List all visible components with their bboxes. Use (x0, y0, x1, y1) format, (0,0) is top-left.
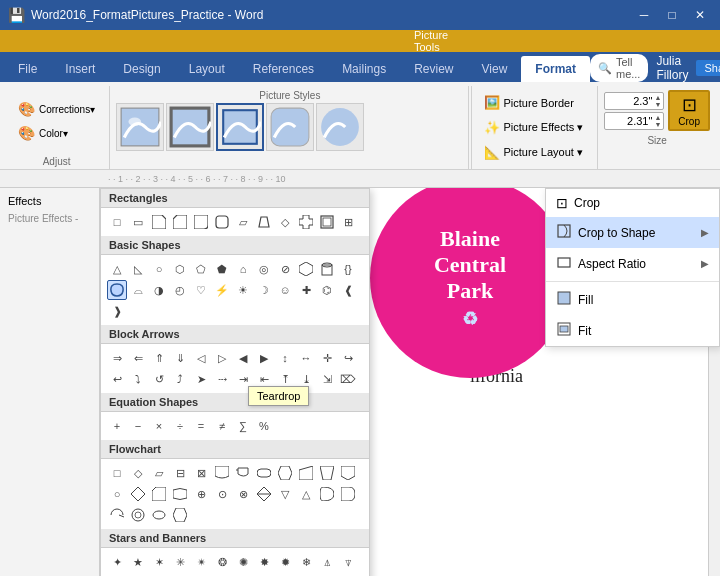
star-16[interactable]: ✸ (254, 552, 274, 572)
shape-trapezoid[interactable] (254, 212, 274, 232)
crop-menu-crop[interactable]: ⊡ Crop (546, 189, 719, 217)
shape-oval[interactable]: ○ (149, 259, 169, 279)
arrow-left-right[interactable]: ↔ (296, 348, 316, 368)
shape-rectangle[interactable]: □ (107, 212, 127, 232)
banner-down[interactable]: ⍒ (338, 552, 358, 572)
tab-layout[interactable]: Layout (175, 56, 239, 82)
shape-round-snip-rect[interactable] (191, 212, 211, 232)
flow-manual-op[interactable] (317, 463, 337, 483)
flow-summing[interactable]: ⊕ (191, 484, 211, 504)
shape-bracket-pair[interactable]: ⌬ (317, 280, 337, 300)
eq-summation[interactable]: ∑ (233, 416, 253, 436)
shape-heart[interactable]: ♡ (191, 280, 211, 300)
shape-rounded-rect[interactable]: ▭ (128, 212, 148, 232)
arrow-callout-down[interactable]: ⤓ (296, 369, 316, 389)
tab-insert[interactable]: Insert (51, 56, 109, 82)
arrow-right3[interactable]: ▶ (254, 348, 274, 368)
flow-display[interactable] (170, 505, 190, 525)
eq-percent[interactable]: % (254, 416, 274, 436)
arrow-quad[interactable]: ⇲ (317, 369, 337, 389)
width-input[interactable]: 2.31" ▲ ▼ (604, 112, 664, 130)
arrow-left[interactable]: ⇐ (128, 348, 148, 368)
star-5[interactable]: ★ (128, 552, 148, 572)
shape-teardrop[interactable] (107, 280, 127, 300)
shape-cross[interactable]: ✚ (296, 280, 316, 300)
arrow-bent-right[interactable]: ↪ (338, 348, 358, 368)
corrections-button[interactable]: 🎨 Corrections▾ (12, 98, 101, 120)
flow-delay[interactable] (338, 484, 358, 504)
eq-plus[interactable]: + (107, 416, 127, 436)
shape-diamond[interactable]: ◇ (275, 212, 295, 232)
flow-manual-input[interactable] (296, 463, 316, 483)
flow-offpage[interactable] (338, 463, 358, 483)
flow-process[interactable]: □ (107, 463, 127, 483)
flow-predefined[interactable]: ⊟ (170, 463, 190, 483)
shape-parallelogram[interactable]: ▱ (233, 212, 253, 232)
tell-me-box[interactable]: 🔍 Tell me... (590, 54, 648, 82)
pic-style-4[interactable] (266, 103, 314, 151)
crop-menu-fill[interactable]: Fill (546, 284, 719, 315)
shape-triangle[interactable]: △ (107, 259, 127, 279)
close-button[interactable]: ✕ (688, 5, 712, 25)
flow-sequentialaccess[interactable] (107, 505, 127, 525)
arrow-4way[interactable]: ✛ (317, 348, 337, 368)
star-10[interactable]: ❂ (212, 552, 232, 572)
arrow-striped[interactable]: ⤏ (212, 369, 232, 389)
shape-pie[interactable]: ◴ (170, 280, 190, 300)
tab-design[interactable]: Design (109, 56, 174, 82)
flow-document[interactable] (212, 463, 232, 483)
star-8[interactable]: ✴ (191, 552, 211, 572)
color-button[interactable]: 🎨 Color▾ (12, 122, 101, 144)
flow-directaccess[interactable] (149, 505, 169, 525)
shape-sun[interactable]: ☀ (233, 280, 253, 300)
crop-menu-aspect-ratio[interactable]: Aspect Ratio ▶ (546, 248, 719, 279)
arrow-right[interactable]: ⇒ (107, 348, 127, 368)
banner-curved[interactable] (170, 573, 190, 576)
shape-octagon[interactable]: ⬠ (191, 259, 211, 279)
crop-menu-fit[interactable]: Fit (546, 315, 719, 346)
eq-minus[interactable]: − (128, 416, 148, 436)
share-button[interactable]: Share (696, 60, 720, 76)
star-32[interactable]: ❄ (296, 552, 316, 572)
shape-snip-corner-rect[interactable] (170, 212, 190, 232)
arrow-up[interactable]: ⇑ (149, 348, 169, 368)
tab-review[interactable]: Review (400, 56, 467, 82)
shape-hexagon[interactable]: ⬡ (170, 259, 190, 279)
picture-border-button[interactable]: 🖼️ Picture Border (478, 92, 590, 113)
sidebar-effects-item[interactable]: Effects (0, 192, 99, 210)
shape-smiley[interactable]: ☺ (275, 280, 295, 300)
width-down-arrow[interactable]: ▼ (654, 121, 661, 128)
shape-moon[interactable]: ☽ (254, 280, 274, 300)
star-6[interactable]: ✶ (149, 552, 169, 572)
arrow-uturn[interactable]: ⤵ (128, 369, 148, 389)
crop-menu-crop-to-shape[interactable]: Crop to Shape ▶ (546, 217, 719, 248)
arrow-callout-left[interactable]: ⇤ (254, 369, 274, 389)
arrow-callout-up[interactable]: ⤒ (275, 369, 295, 389)
shape-chord[interactable]: ◑ (149, 280, 169, 300)
arrow-circular[interactable]: ↺ (149, 369, 169, 389)
star-4[interactable]: ✦ (107, 552, 127, 572)
banner-wavy[interactable] (128, 573, 148, 576)
flow-card[interactable] (149, 484, 169, 504)
flow-multidoc[interactable] (233, 463, 253, 483)
height-up-arrow[interactable]: ▲ (654, 94, 661, 101)
height-input[interactable]: 2.3" ▲ ▼ (604, 92, 664, 110)
flow-offpage2[interactable] (128, 484, 148, 504)
flow-or[interactable]: ⊙ (212, 484, 232, 504)
flow-decision[interactable]: ◇ (128, 463, 148, 483)
arrow-left2[interactable]: ◁ (191, 348, 211, 368)
star-24[interactable]: ✹ (275, 552, 295, 572)
shape-cylinder[interactable] (317, 259, 337, 279)
flow-prep[interactable] (275, 463, 295, 483)
flow-internal[interactable]: ⊠ (191, 463, 211, 483)
flow-connector[interactable]: ○ (107, 484, 127, 504)
star-12[interactable]: ✺ (233, 552, 253, 572)
shape-donut[interactable]: ◎ (254, 259, 274, 279)
arrow-callout-right[interactable]: ⇥ (233, 369, 253, 389)
minimize-button[interactable]: ─ (632, 5, 656, 25)
flow-collate[interactable]: ⊗ (233, 484, 253, 504)
picture-effects-button[interactable]: ✨ Picture Effects ▾ (478, 117, 590, 138)
pic-style-2[interactable] (166, 103, 214, 151)
shape-arc[interactable]: ⌓ (128, 280, 148, 300)
arrow-bent-left[interactable]: ↩ (107, 369, 127, 389)
